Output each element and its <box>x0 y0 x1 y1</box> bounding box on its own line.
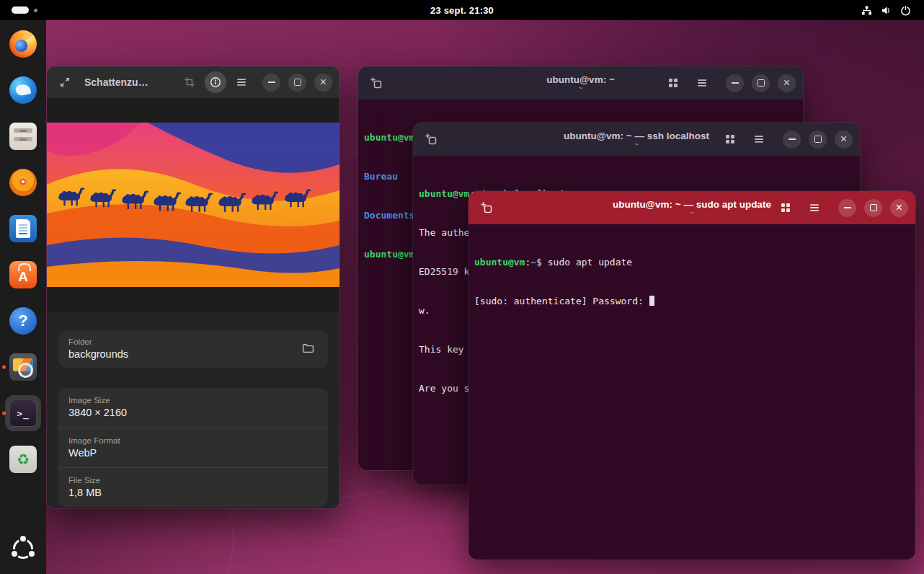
menu-button[interactable] <box>748 128 770 150</box>
detail-label: Image Size <box>68 395 318 406</box>
info-button[interactable] <box>205 71 226 93</box>
firefox-icon <box>9 30 37 58</box>
folder-icon <box>302 342 314 357</box>
dock-item-trash[interactable] <box>5 441 41 477</box>
dock-item-console[interactable] <box>5 395 41 431</box>
tab-overview-button[interactable] <box>775 197 796 218</box>
window-subtitle: ~ <box>564 141 709 149</box>
tab-overview-button[interactable] <box>662 72 684 94</box>
image-properties-panel: Folder backgrounds Image Size 3840 × 216… <box>47 312 339 508</box>
close-button[interactable] <box>778 74 796 92</box>
console-titlebar[interactable]: ubuntu@vm: ~ ~ <box>358 66 803 100</box>
window-title: ubuntu@vm: ~ — sudo apt update <box>613 199 771 210</box>
menu-button[interactable] <box>804 197 825 218</box>
trash-icon <box>9 446 37 473</box>
desktop-wallpaper[interactable]: ubuntu@vm: ~ ~ ubuntu@vm:~$ ls Bureau Do… <box>46 20 924 574</box>
dock <box>0 20 46 574</box>
minimize-button[interactable] <box>838 199 856 217</box>
top-bar: 23 sept. 21:30 <box>0 0 924 20</box>
crop-icon[interactable] <box>179 71 200 93</box>
menu-button[interactable] <box>691 72 713 94</box>
new-tab-button[interactable] <box>476 197 497 218</box>
password-prompt: [sudo: authenticate] Password: <box>474 296 649 306</box>
terminal-line: ubuntu@vm:~$ sudo apt update <box>474 256 910 269</box>
minimize-button[interactable] <box>783 131 801 149</box>
app-center-icon <box>9 261 37 288</box>
console-icon <box>9 399 37 427</box>
minimize-button[interactable] <box>726 74 744 92</box>
prompt-dollar: $ <box>536 257 542 268</box>
folder-value: backgrounds <box>68 348 298 362</box>
clock[interactable]: 23 sept. 21:30 <box>430 5 494 16</box>
new-tab-button[interactable] <box>365 72 387 94</box>
detail-row: Image Format WebP <box>58 428 328 467</box>
system-status-area[interactable] <box>856 5 917 16</box>
power-icon <box>900 5 911 16</box>
running-indicator <box>2 412 6 415</box>
dock-item-writer[interactable] <box>5 211 41 247</box>
dock-item-firefox[interactable] <box>5 26 41 62</box>
rhythmbox-icon <box>9 169 37 196</box>
console-window-sudo: ubuntu@vm: ~ — sudo apt update ~ ubuntu@… <box>468 191 915 560</box>
console-titlebar[interactable]: ubuntu@vm: ~ — ssh localhost ~ <box>413 123 860 156</box>
dock-item-thunderbird[interactable] <box>5 72 41 108</box>
detail-value: 3840 × 2160 <box>68 406 318 420</box>
console-titlebar[interactable]: ubuntu@vm: ~ — sudo apt update ~ <box>468 191 915 224</box>
menu-button[interactable] <box>231 71 252 93</box>
image-canvas[interactable] <box>47 98 339 312</box>
window-title-block: ubuntu@vm: ~ — sudo apt update ~ <box>613 199 771 217</box>
folder-label: Folder <box>68 337 298 348</box>
close-button[interactable] <box>314 74 332 92</box>
open-folder-button[interactable] <box>298 339 318 359</box>
desktop-screen: 23 sept. 21:30 ubuntu@vm: ~ <box>0 0 924 574</box>
prompt-path: ~ <box>530 257 536 268</box>
terminal-line: [sudo: authenticate] Password: <box>474 295 910 308</box>
window-title: Schattenzu… <box>84 76 148 88</box>
network-icon <box>861 5 872 16</box>
detail-row: Image Size 3840 × 2160 <box>58 388 328 428</box>
volume-icon <box>881 5 892 16</box>
workspace-dot <box>34 9 37 12</box>
libreoffice-writer-icon <box>9 215 37 242</box>
detail-label: File Size <box>68 475 318 486</box>
prompt-user: ubuntu@vm <box>474 257 525 268</box>
maximize-button[interactable] <box>288 74 306 92</box>
thunderbird-icon <box>9 76 37 104</box>
detail-value: 1,8 MB <box>68 486 318 500</box>
image-details-card: Image Size 3840 × 2160 Image Format WebP… <box>58 388 328 507</box>
window-subtitle: ~ <box>613 210 771 217</box>
viewer-titlebar[interactable]: Schattenzu… <box>47 66 339 98</box>
detail-value: WebP <box>68 446 318 461</box>
fullscreen-button[interactable] <box>54 71 76 93</box>
detail-label: Image Format <box>68 436 318 446</box>
maximize-button[interactable] <box>864 199 882 217</box>
maximize-button[interactable] <box>752 74 770 92</box>
workspace-indicator[interactable] <box>7 0 42 20</box>
detail-row: File Size 1,8 MB <box>58 467 328 507</box>
dock-item-files[interactable] <box>5 118 41 154</box>
terminal-output[interactable]: ubuntu@vm:~$ sudo apt update [sudo: auth… <box>468 224 915 560</box>
window-title: ubuntu@vm: ~ — ssh localhost <box>564 131 709 141</box>
tab-overview-button[interactable] <box>719 128 741 150</box>
dock-item-image-viewer[interactable] <box>5 349 41 385</box>
dock-item-help[interactable] <box>5 303 41 339</box>
minimize-button[interactable] <box>262 74 280 92</box>
image-viewer-window: Schattenzu… <box>47 66 339 508</box>
close-button[interactable] <box>835 131 853 149</box>
command-text: sudo apt update <box>542 257 632 268</box>
files-icon <box>9 123 37 150</box>
maximize-button[interactable] <box>809 131 827 149</box>
window-title: ubuntu@vm: ~ <box>546 74 615 85</box>
terminal-cursor <box>649 296 655 306</box>
image-viewer-icon <box>9 353 37 381</box>
workspace-active-pill <box>12 6 29 14</box>
close-button[interactable] <box>890 199 908 217</box>
window-subtitle: ~ <box>546 85 615 92</box>
prompt-user: ubuntu@vm <box>364 249 414 260</box>
show-apps-button[interactable] <box>5 531 41 567</box>
dock-item-rhythmbox[interactable] <box>5 164 41 200</box>
dock-item-app-center[interactable] <box>5 257 41 293</box>
running-indicator <box>2 366 6 369</box>
prompt-user: ubuntu@vm <box>364 132 414 143</box>
new-tab-button[interactable] <box>420 128 442 150</box>
